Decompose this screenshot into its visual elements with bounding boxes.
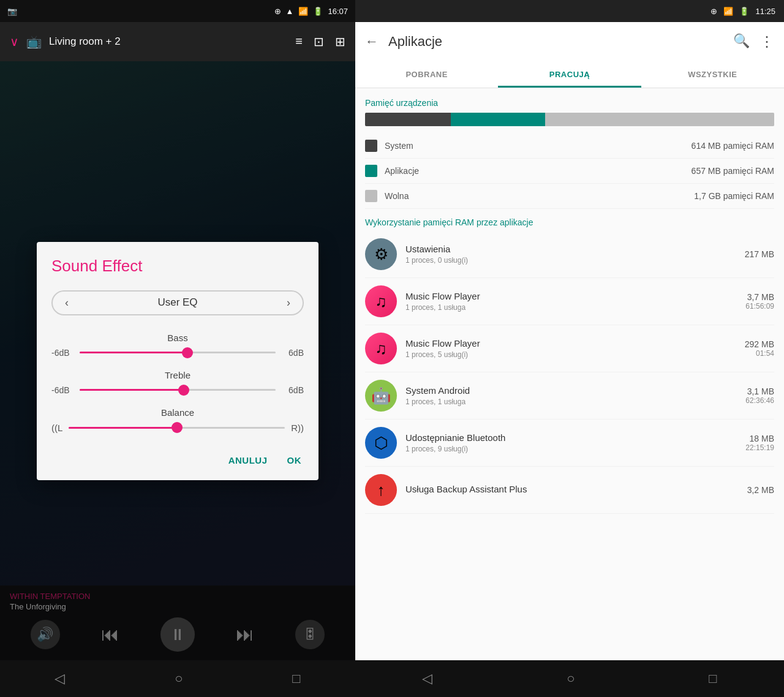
treble-label: Treble: [51, 370, 304, 380]
cast-icon[interactable]: ⊡: [314, 34, 324, 49]
app-icon-musicflow2: ♫: [365, 333, 397, 364]
right-battery-icon: 🔋: [739, 7, 749, 16]
dialog-buttons: ANULUJ OK: [51, 445, 304, 470]
right-wifi-icon: 📶: [723, 7, 733, 16]
app-size-musicflow2: 292 MB: [745, 339, 774, 349]
dialog-overlay: Sound Effect ‹ User EQ › Bass -6dB: [0, 61, 355, 660]
apps-mem-bar: [451, 113, 545, 126]
apps-mem-name: Aplikacje: [385, 166, 692, 176]
left-topbar: ∨ 📺 Living room + 2 ≡ ⊡ ⊞: [0, 22, 355, 61]
tabs-bar: POBRANE PRACUJĄ WSZYSTKIE: [355, 61, 784, 88]
balance-slider-row: ((L R)): [51, 423, 304, 433]
memory-bar: [365, 113, 774, 126]
app-size-ustawienia: 217 MB: [745, 249, 774, 259]
app-item-musicflow1[interactable]: ♫ Music Flow Player 1 proces, 1 usługa 3…: [365, 278, 774, 325]
app-size-musicflow1: 3,7 MB: [745, 292, 774, 302]
right-home-button[interactable]: ○: [567, 671, 575, 687]
app-info-backup: Usługa Backup Assistant Plus: [405, 484, 747, 496]
app-item-backup[interactable]: ↑ Usługa Backup Assistant Plus 3,2 MB: [365, 467, 774, 514]
bass-min: -6dB: [51, 348, 74, 358]
tab-wszystkie[interactable]: WSZYSTKIE: [641, 61, 784, 88]
app-meta-android: 3,1 MB 62:36:46: [745, 386, 774, 405]
treble-thumb[interactable]: [178, 385, 189, 396]
apps-mem-value: 657 MB pamięci RAM: [692, 166, 774, 176]
right-topbar: ← Aplikacje 🔍 ⋮: [355, 22, 784, 61]
app-size-bluetooth: 18 MB: [745, 434, 774, 443]
app-meta-backup: 3,2 MB: [747, 485, 774, 495]
ok-button[interactable]: OK: [285, 450, 304, 470]
queue-icon[interactable]: ≡: [295, 34, 303, 49]
bass-thumb[interactable]: [182, 347, 193, 358]
apps-mem-item: Aplikacje 657 MB pamięci RAM: [365, 159, 774, 184]
free-mem-item: Wolna 1,7 GB pamięci RAM: [365, 184, 774, 209]
free-mem-bar: [545, 113, 774, 126]
app-icon-ustawienia: ⚙: [365, 238, 397, 270]
recents-button[interactable]: □: [292, 671, 300, 687]
app-info-musicflow2: Music Flow Player 1 proces, 5 usług(i): [405, 338, 745, 359]
tab-pobrane[interactable]: POBRANE: [355, 61, 498, 88]
eq-next-button[interactable]: ›: [287, 296, 290, 309]
app-section-title: Wykorzystanie pamięci RAM przez aplikacj…: [355, 209, 784, 231]
eq-prev-button[interactable]: ‹: [65, 296, 69, 309]
balance-section: Balance ((L R)): [51, 407, 304, 433]
treble-min: -6dB: [51, 385, 74, 395]
cancel-button[interactable]: ANULUJ: [226, 450, 270, 470]
app-time-android: 62:36:46: [745, 396, 774, 405]
app-item-musicflow2[interactable]: ♫ Music Flow Player 1 proces, 5 usług(i)…: [365, 325, 774, 372]
signal-icon: 📶: [298, 7, 308, 16]
tab-pracuja[interactable]: PRACUJĄ: [498, 61, 641, 88]
right-recents-button[interactable]: □: [709, 671, 717, 687]
app-name-musicflow1: Music Flow Player: [405, 291, 745, 301]
app-item-bluetooth[interactable]: ⬡ Udostępnianie Bluetooth 1 proces, 9 us…: [365, 420, 774, 467]
bluetooth-icon: ⊕: [274, 7, 281, 16]
app-icon-backup: ↑: [365, 474, 397, 506]
system-color: [365, 140, 377, 152]
bass-slider-row: -6dB 6dB: [51, 348, 304, 358]
left-status-icon: 📷: [7, 7, 17, 16]
more-icon[interactable]: ⋮: [760, 33, 774, 50]
treble-slider-row: -6dB 6dB: [51, 385, 304, 395]
device-title: Living room + 2: [49, 36, 288, 48]
back-button[interactable]: ◁: [55, 671, 65, 687]
balance-thumb[interactable]: [172, 422, 183, 433]
app-time-musicflow2: 01:54: [745, 349, 774, 358]
balance-right-label: R)): [291, 423, 304, 433]
system-mem-bar: [365, 113, 451, 126]
right-topbar-actions: 🔍 ⋮: [733, 33, 774, 50]
system-mem-item: System 614 MB pamięci RAM: [365, 134, 774, 159]
app-sub-android: 1 proces, 1 usługa: [405, 397, 745, 406]
right-content: Pamięć urządzenia System 614 MB pamięci …: [355, 88, 784, 660]
bass-slider-track[interactable]: [80, 352, 276, 353]
balance-slider-track[interactable]: [69, 427, 285, 429]
app-item-android[interactable]: 🤖 System Android 1 proces, 1 usługa 3,1 …: [365, 372, 774, 420]
right-time: 11:25: [755, 7, 775, 16]
dialog-title: Sound Effect: [51, 257, 304, 276]
home-button[interactable]: ○: [175, 671, 183, 687]
memory-legend: System 614 MB pamięci RAM Aplikacje 657 …: [355, 134, 784, 209]
right-bluetooth-icon: ⊕: [710, 7, 717, 16]
search-icon[interactable]: 🔍: [733, 33, 750, 50]
treble-slider-track[interactable]: [80, 389, 276, 391]
app-icon-bluetooth: ⬡: [365, 427, 397, 459]
bass-section: Bass -6dB 6dB: [51, 333, 304, 358]
app-name-ustawienia: Ustawienia: [405, 244, 745, 254]
right-status-bar: ⊕ 📶 🔋 11:25: [355, 0, 784, 22]
right-back-button[interactable]: ◁: [422, 671, 432, 687]
left-topbar-actions: ≡ ⊡ ⊞: [295, 34, 345, 49]
left-panel: 📷 ⊕ ▲ 📶 🔋 16:07 ∨ 📺 Living room + 2 ≡ ⊡ …: [0, 0, 355, 697]
free-mem-value: 1,7 GB pamięci RAM: [694, 191, 774, 201]
back-arrow-icon[interactable]: ←: [365, 34, 379, 50]
app-sub-bluetooth: 1 proces, 9 usług(i): [405, 445, 745, 453]
app-meta-musicflow1: 3,7 MB 61:56:09: [745, 292, 774, 311]
app-item-ustawienia[interactable]: ⚙ Ustawienia 1 proces, 0 usług(i) 217 MB: [365, 231, 774, 278]
app-name-musicflow2: Music Flow Player: [405, 338, 745, 348]
page-title: Aplikacje: [388, 34, 723, 50]
app-name-android: System Android: [405, 385, 745, 396]
balance-label: Balance: [51, 407, 304, 418]
chevron-down-icon[interactable]: ∨: [10, 34, 19, 49]
eq-selector[interactable]: ‹ User EQ ›: [51, 290, 304, 315]
grid-icon[interactable]: ⊞: [335, 34, 345, 49]
app-info-ustawienia: Ustawienia 1 proces, 0 usług(i): [405, 244, 745, 265]
device-icon: 📺: [26, 34, 42, 49]
memory-section-title: Pamięć urządzenia: [355, 88, 784, 113]
